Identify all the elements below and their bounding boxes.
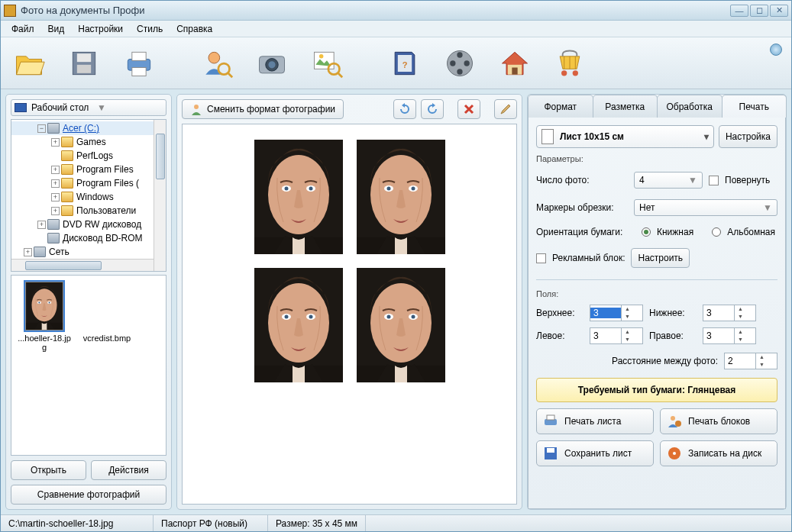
person-search-button[interactable]: [196, 43, 238, 84]
radio-portrait[interactable]: [642, 227, 651, 237]
save-button[interactable]: [63, 43, 105, 84]
svg-rect-12: [132, 67, 146, 76]
thumb-item-1[interactable]: ...hoeller-18.jpg: [18, 282, 71, 352]
radio-landscape[interactable]: [712, 227, 721, 237]
gap-label: Расстояние между фото:: [612, 356, 718, 366]
tree-node-dvd[interactable]: +DVD RW дисковод: [11, 218, 166, 231]
change-format-button[interactable]: Сменить формат фотографии: [182, 99, 344, 119]
svg-rect-39: [547, 415, 554, 420]
tree-node-perflogs[interactable]: PerfLogs: [11, 149, 166, 163]
margins-label: Поля:: [536, 289, 777, 298]
margin-right-input[interactable]: ▲▼: [703, 327, 756, 344]
thumb-item-2[interactable]: vcredist.bmp: [80, 282, 134, 343]
tab-format[interactable]: Формат: [528, 95, 593, 118]
gap-input[interactable]: ▲▼: [724, 353, 777, 369]
location-selector[interactable]: Рабочий стол ▼: [11, 99, 166, 116]
menu-style[interactable]: Стиль: [131, 22, 169, 36]
rotate-checkbox[interactable]: [709, 176, 719, 185]
status-format: Паспорт РФ (новый): [154, 515, 268, 531]
tree-h-scrollbar[interactable]: [11, 259, 154, 271]
menubar: Файл Вид Настройки Стиль Справка: [1, 21, 791, 37]
params-label: Параметры:: [536, 154, 777, 163]
chevron-down-icon: ▾: [704, 131, 709, 142]
menu-file[interactable]: Файл: [5, 22, 40, 36]
sheet-settings-button[interactable]: Настройка: [719, 125, 777, 148]
margin-left-input[interactable]: ▲▼: [590, 327, 643, 344]
svg-point-36: [573, 70, 578, 76]
margin-bottom-input[interactable]: ▲▼: [703, 305, 756, 321]
svg-rect-9: [77, 64, 91, 73]
minimize-button[interactable]: —: [730, 5, 748, 17]
orient-label: Ориентация бумаги:: [536, 227, 635, 237]
statusbar: C:\martin-schoeller-18.jpg Паспорт РФ (н…: [1, 514, 791, 531]
margin-top-input[interactable]: ▲▼: [590, 305, 643, 321]
tree-node-acer[interactable]: −Acer (C:): [11, 121, 166, 135]
photo-1: [254, 140, 343, 254]
left-panel: Рабочий стол ▼ −Acer (C:) +Games PerfLog…: [5, 94, 172, 510]
tab-process[interactable]: Обработка: [657, 95, 722, 118]
main-toolbar: ?: [1, 37, 791, 89]
menu-view[interactable]: Вид: [42, 22, 71, 36]
sheet-selector[interactable]: Лист 10x15 см ▾: [536, 125, 714, 148]
count-select[interactable]: 4▼: [634, 172, 703, 189]
tab-layout[interactable]: Разметка: [593, 95, 658, 118]
tree-node-bd[interactable]: Дисковод BD-ROM: [11, 231, 166, 245]
adblock-label: Рекламный блок:: [552, 253, 625, 263]
adblock-configure-button[interactable]: Настроить: [631, 248, 690, 268]
print-button[interactable]: [118, 43, 160, 84]
svg-text:?: ?: [402, 60, 408, 69]
open-folder-button[interactable]: [8, 43, 50, 84]
tree-node-pf[interactable]: +Program Files: [11, 163, 166, 176]
right-panel: Формат Разметка Обработка Печать Лист 10…: [527, 94, 787, 510]
print-blocks-button[interactable]: Печать блоков: [660, 408, 777, 434]
save-sheet-button[interactable]: Сохранить лист: [536, 440, 654, 466]
tree-node-pf86[interactable]: +Program Files (: [11, 176, 166, 190]
markers-select[interactable]: Нет▼: [634, 199, 777, 216]
image-search-button[interactable]: [306, 43, 348, 84]
svg-line-15: [228, 73, 233, 77]
print-sheet-button[interactable]: Печать листа: [536, 408, 654, 434]
compare-button[interactable]: Сравнение фотографий: [11, 485, 166, 505]
printer-icon: [543, 414, 558, 429]
film-reel-button[interactable]: [439, 43, 480, 84]
tree-v-scrollbar[interactable]: [154, 120, 166, 271]
svg-point-27: [464, 60, 470, 66]
center-panel: Сменить формат фотографии: [176, 94, 522, 510]
person-gear-icon: [667, 414, 682, 429]
help-book-button[interactable]: ?: [384, 43, 425, 84]
menu-help[interactable]: Справка: [170, 22, 218, 36]
svg-point-29: [450, 60, 455, 66]
location-label: Рабочий стол: [31, 102, 97, 113]
camera-button[interactable]: [251, 43, 293, 84]
close-button[interactable]: ✕: [770, 5, 788, 17]
tree-node-windows[interactable]: +Windows: [11, 190, 166, 204]
tree-node-games[interactable]: +Games: [11, 135, 166, 149]
tree-node-net[interactable]: +Сеть: [11, 245, 166, 259]
adblock-checkbox[interactable]: [536, 253, 546, 263]
tab-print[interactable]: Печать: [722, 95, 787, 118]
page-icon: [541, 129, 554, 144]
margin-top-label: Верхнее:: [536, 308, 583, 318]
tree-node-users[interactable]: +Пользователи: [11, 204, 166, 218]
actions-button[interactable]: Действия: [91, 460, 166, 480]
svg-point-20: [319, 54, 324, 59]
menu-settings[interactable]: Настройки: [72, 22, 129, 36]
preview-canvas: [182, 124, 517, 505]
svg-point-26: [457, 52, 462, 57]
rotate-left-button[interactable]: [393, 99, 416, 119]
open-button[interactable]: Открыть: [11, 460, 86, 480]
window-title: Фото на документы Профи: [21, 5, 730, 16]
help-icon[interactable]: [770, 44, 782, 56]
rotate-right-button[interactable]: [421, 99, 444, 119]
desktop-icon: [15, 103, 27, 112]
folder-tree[interactable]: −Acer (C:) +Games PerfLogs +Program File…: [11, 119, 166, 272]
brush-button[interactable]: [494, 99, 517, 119]
burn-disc-button[interactable]: Записать на диск: [660, 440, 777, 466]
cart-button[interactable]: [549, 43, 590, 84]
delete-button[interactable]: [457, 99, 480, 119]
svg-rect-31: [512, 67, 517, 74]
maximize-button[interactable]: ◻: [750, 5, 768, 17]
svg-rect-43: [547, 448, 554, 453]
home-button[interactable]: [494, 43, 535, 84]
photo-2: [357, 140, 445, 254]
